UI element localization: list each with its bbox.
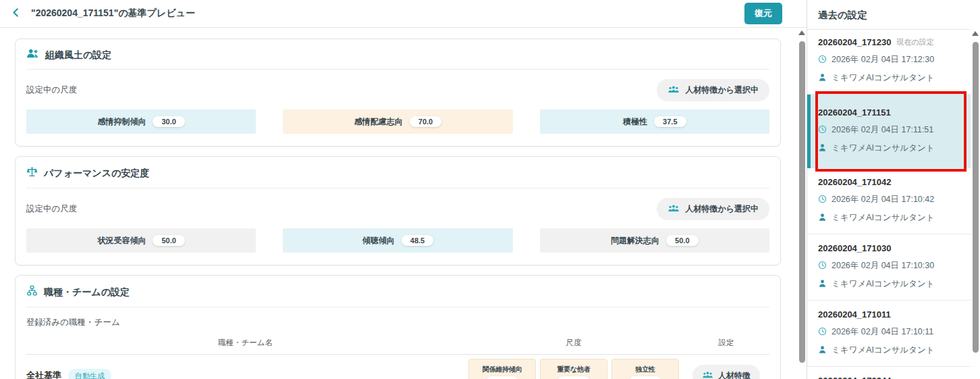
app-window: "20260204_171151"の基準プレビュー 復元 組織風土の [0,0,980,379]
column-header-scale: 尺度 [468,338,679,348]
main-panel: "20260204_171151"の基準プレビュー 復元 組織風土の [0,0,807,379]
people-group-icon [668,204,680,215]
chevron-left-icon [11,7,21,20]
scale-chip-label: 重要な他者 [557,365,591,374]
trait-selection-badge-label: 人材特徴から選択中 [685,84,759,96]
entry-user: ミキワメAIコンサルタント [832,212,935,224]
scale-chip: 独立性 50.5 [611,359,679,379]
teams-table: 職種・チーム名 尺度 設定 全社基準 自動生成 関係維持傾向 63.0 [26,338,769,379]
trait-selection-badge: 人材特徴から選択中 [657,79,769,101]
person-icon [818,73,827,84]
group-icon [26,49,39,61]
scale-bar: 感情配慮志向 70.0 [283,109,512,134]
entry-title: 20260204_171042 [818,177,891,187]
column-header-setting: 設定 [683,338,769,348]
card-title: 職種・チームの設定 [44,286,130,299]
scale-bar-label: 積極性 [623,116,647,128]
registered-teams-label: 登録済みの職種・チーム [26,317,769,328]
history-entry-selected[interactable]: 20260204_171151 2026年 02月 04日 17:11:51 ミ… [807,95,971,168]
scale-bar-label: 感情抑制傾向 [97,116,146,128]
scale-bar-label: 問題解決志向 [611,235,659,247]
scale-bar-value: 50.0 [153,235,184,246]
history-entry[interactable]: 20260204_170944 2026年 02月 04日 17:09:44 ミ… [807,367,971,379]
history-entry[interactable]: 20260204_171011 2026年 02月 04日 17:10:11 ミ… [807,301,971,367]
entry-date: 2026年 02月 04日 17:10:30 [832,260,934,272]
scale-bar: 感情抑制傾向 30.0 [26,109,256,134]
scale-bar-label: 感情配慮志向 [354,116,403,128]
trait-setting-button[interactable]: 人材特徴 [692,365,760,379]
trait-selection-badge-label: 人材特徴から選択中 [685,203,759,215]
scale-bar: 積極性 37.5 [540,109,769,134]
scale-chip-label: 独立性 [635,365,655,374]
card-organization-culture: 組織風土の設定 設定中の尺度 人材特徴から選択中 [15,39,781,147]
clock-icon [818,261,827,272]
teams-table-header: 職種・チーム名 尺度 設定 [26,338,769,355]
column-header-name: 職種・チーム名 [26,338,464,348]
entry-date: 2026年 02月 04日 17:10:42 [832,194,934,205]
scale-bar-value: 30.0 [153,116,184,127]
person-icon [818,279,827,290]
scale-bar-value: 37.5 [654,116,686,127]
card-performance-stability: パフォーマンスの安定度 設定中の尺度 人材特徴から [15,156,781,266]
scale-chip-label: 関係維持傾向 [483,365,522,374]
entry-title: 20260204_171011 [818,309,891,320]
entry-title: 20260204_171151 [818,107,891,118]
scale-section-label: 設定中の尺度 [26,203,77,215]
person-icon [818,345,827,356]
scale-bar-value: 50.0 [666,235,698,246]
scrollbar-thumb[interactable] [973,42,979,353]
people-group-icon [702,371,713,379]
back-button[interactable] [7,5,24,22]
sidebar-scrollbar[interactable] [971,28,980,379]
page-title: "20260204_171151"の基準プレビュー [31,7,195,20]
history-entry[interactable]: 20260204_171042 2026年 02月 04日 17:10:42 ミ… [807,168,971,234]
entry-user: ミキワメAIコンサルタント [832,72,935,84]
history-list: 20260204_171230 現在の設定 2026年 02月 04日 17:1… [807,28,971,379]
clock-icon [818,195,827,205]
scale-bar: 傾聴傾向 48.5 [283,228,512,253]
scroll-up-icon[interactable] [972,31,979,36]
card-team-settings: 職種・チームの設定 登録済みの職種・チーム 職種・チーム名 尺度 設定 全社基準… [15,275,781,379]
entry-user: ミキワメAIコンサルタント [832,278,935,290]
entry-title: 20260204_170944 [818,376,891,379]
scale-chip-value: 50.5 [629,376,661,379]
scale-bar: 状況受容傾向 50.0 [26,228,256,253]
auto-generated-tag: 自動生成 [68,369,111,379]
scroll-up-icon[interactable] [798,30,805,35]
org-chart-icon [26,285,38,299]
scale-bar-value: 70.0 [410,116,441,127]
sidebar-title: 過去の設定 [807,0,980,30]
scale-chip-value: 63.0 [486,376,518,379]
people-group-icon [668,85,680,96]
team-name: 全社基準 [26,370,61,379]
history-entry[interactable]: 20260204_171030 2026年 02月 04日 17:10:30 ミ… [807,234,971,301]
scrollbar-thumb[interactable] [799,41,805,363]
main-content: 組織風土の設定 設定中の尺度 人材特徴から選択中 [0,28,797,379]
current-setting-tag: 現在の設定 [896,37,933,47]
entry-user: ミキワメAIコンサルタント [832,143,935,154]
main-scrollbar[interactable] [797,28,807,379]
entry-title: 20260204_171230 [818,37,891,47]
page-header: "20260204_171151"の基準プレビュー 復元 [0,0,807,28]
trait-selection-badge: 人材特徴から選択中 [657,198,769,220]
clock-icon [818,125,827,136]
scale-bar-label: 状況受容傾向 [97,235,146,247]
entry-title: 20260204_171030 [818,243,891,253]
scale-section-label: 設定中の尺度 [26,84,77,96]
entry-date: 2026年 02月 04日 17:10:11 [832,326,933,338]
clock-icon [818,55,827,66]
scale-chip-value: 66.0 [557,376,589,379]
entry-date: 2026年 02月 04日 17:12:30 [832,54,934,66]
person-icon [818,143,827,154]
table-row: 全社基準 自動生成 関係維持傾向 63.0 重要な他者 66.0 独立性 [26,355,769,379]
trait-setting-button-label: 人材特徴 [718,370,751,379]
scale-bar-value: 48.5 [402,235,433,246]
clock-icon [818,327,827,338]
card-title: 組織風土の設定 [45,49,111,61]
card-title: パフォーマンスの安定度 [44,168,149,180]
restore-button[interactable]: 復元 [744,3,782,24]
scale-chip: 重要な他者 66.0 [540,359,607,379]
scale-bar-label: 傾聴傾向 [362,235,395,247]
history-entry[interactable]: 20260204_171230 現在の設定 2026年 02月 04日 17:1… [807,28,971,95]
history-sidebar: 過去の設定 20260204_171230 現在の設定 2026年 02月 04… [807,0,980,379]
